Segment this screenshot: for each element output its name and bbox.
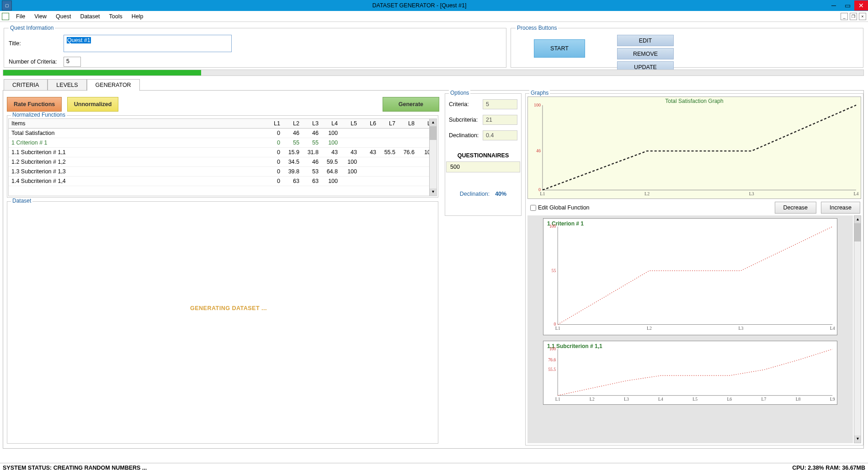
cell-value xyxy=(398,157,417,167)
declination-percent-label: Declination: xyxy=(460,191,490,197)
cell-value: 55.5 xyxy=(379,148,398,157)
title-input[interactable]: Quest #1 xyxy=(64,35,232,52)
grid-header[interactable]: L2 xyxy=(283,119,302,129)
title-input-value: Quest #1 xyxy=(67,37,91,43)
mdi-restore-button[interactable]: ❐ xyxy=(850,13,857,20)
process-buttons-legend: Process Buttons xyxy=(516,25,558,31)
scroll-thumb[interactable] xyxy=(854,223,861,241)
remove-button[interactable]: REMOVE xyxy=(617,48,674,59)
cell-value xyxy=(341,138,360,148)
increase-button[interactable]: Increase xyxy=(821,202,860,214)
decrease-button[interactable]: Decrease xyxy=(775,202,817,214)
scroll-up-icon[interactable]: ▴ xyxy=(854,216,861,223)
svg-text:100: 100 xyxy=(534,102,541,107)
menu-dataset[interactable]: Dataset xyxy=(76,12,104,21)
options-legend: Options xyxy=(449,90,470,96)
cell-value: 39.8 xyxy=(283,167,302,177)
svg-text:L7: L7 xyxy=(761,397,767,402)
cell-value xyxy=(398,177,417,186)
tab-levels[interactable]: LEVELS xyxy=(48,79,86,91)
scroll-up-icon[interactable]: ▴ xyxy=(430,119,437,126)
table-row[interactable]: 1.2 Subcriterion # 1,2034.54659.5100 xyxy=(9,157,437,167)
menu-tools[interactable]: Tools xyxy=(105,12,126,21)
table-row[interactable]: 1.1 Subcriterion # 1,1015.931.843434355.… xyxy=(9,148,437,157)
svg-text:100: 100 xyxy=(549,224,556,229)
table-row[interactable]: 1.3 Subcriterion # 1,3039.85364.8100 xyxy=(9,167,437,177)
cell-value: 55 xyxy=(302,138,321,148)
mdi-close-button[interactable]: × xyxy=(859,13,866,20)
cell-value: 76.6 xyxy=(398,148,417,157)
row-name: 1.1 Subcriterion # 1,1 xyxy=(9,148,264,157)
menu-view[interactable]: View xyxy=(30,12,51,21)
svg-text:L1: L1 xyxy=(555,326,560,331)
window-minimize-button[interactable]: ─ xyxy=(827,0,841,11)
cell-value: 0 xyxy=(264,138,283,148)
window-close-button[interactable]: ✕ xyxy=(854,0,868,11)
grid-header[interactable]: L5 xyxy=(341,119,360,129)
cell-value xyxy=(360,177,379,186)
cell-value: 0 xyxy=(264,167,283,177)
options-group: Options Criteria: 5 Subcriteria: 21 Decl… xyxy=(445,93,522,216)
scroll-down-icon[interactable]: ▾ xyxy=(854,435,861,443)
grid-header[interactable]: Items xyxy=(9,119,264,129)
num-criteria-input[interactable]: 5 xyxy=(64,57,81,67)
num-criteria-value: 5 xyxy=(66,58,69,64)
rate-functions-button[interactable]: Rate Functions xyxy=(7,97,62,112)
svg-text:L9: L9 xyxy=(830,397,835,402)
svg-text:76.6: 76.6 xyxy=(548,357,556,362)
normalized-functions-group: Normalized Functions ItemsL1L2L3L4L5L6L7… xyxy=(7,115,438,198)
generate-button[interactable]: Generate xyxy=(383,97,439,112)
edit-button[interactable]: EDIT xyxy=(617,35,674,46)
normalized-functions-grid[interactable]: ItemsL1L2L3L4L5L6L7L8L9 Total Satisfacti… xyxy=(8,118,437,196)
grid-header[interactable]: L1 xyxy=(264,119,283,129)
svg-text:L5: L5 xyxy=(692,397,698,402)
quest-information-group: Quest Information Title: Quest #1 Number… xyxy=(4,25,506,68)
system-status-text: SYSTEM STATUS: CREATING RANDOM NUMBERS .… xyxy=(3,465,792,471)
grid-header[interactable]: L7 xyxy=(379,119,398,129)
edit-global-function-checkbox-input[interactable] xyxy=(530,205,536,211)
cell-value xyxy=(360,138,379,148)
table-row[interactable]: 1 Criterion # 105555100 xyxy=(9,138,437,148)
tab-generator[interactable]: GENERATOR xyxy=(87,79,140,91)
options-declination-value: 0.4 xyxy=(483,130,517,140)
table-row[interactable]: 1.4 Subcriterion # 1,406363100 xyxy=(9,177,437,186)
table-row[interactable]: Total Satisfaction04646100 xyxy=(9,129,437,138)
scroll-down-icon[interactable]: ▾ xyxy=(430,188,437,196)
start-button[interactable]: START xyxy=(534,39,585,58)
total-satisfaction-chart: Total Satisfaction Graph 046100L1L2L3L4 xyxy=(527,97,861,199)
subcharts-scrollbar[interactable]: ▴ ▾ xyxy=(854,215,861,443)
menu-quest[interactable]: Quest xyxy=(52,12,75,21)
cell-value: 63 xyxy=(302,177,321,186)
window-maximize-button[interactable]: ▭ xyxy=(841,0,854,11)
document-icon xyxy=(2,13,9,20)
normalized-functions-legend: Normalized Functions xyxy=(11,112,67,118)
row-name: 1.4 Subcriterion # 1,4 xyxy=(9,177,264,186)
questionnaires-value[interactable]: 500 xyxy=(446,161,520,172)
scroll-thumb[interactable] xyxy=(430,126,437,140)
cell-value xyxy=(398,138,417,148)
cell-value xyxy=(379,138,398,148)
svg-text:46: 46 xyxy=(536,148,541,153)
edit-global-function-checkbox[interactable]: Edit Global Function xyxy=(528,204,590,212)
svg-text:L3: L3 xyxy=(624,397,629,402)
grid-scrollbar[interactable]: ▴ ▾ xyxy=(429,119,437,196)
grid-header[interactable]: L8 xyxy=(398,119,417,129)
menu-help[interactable]: Help xyxy=(128,12,148,21)
menu-file[interactable]: File xyxy=(12,12,29,21)
cell-value: 15.9 xyxy=(283,148,302,157)
unnormalized-button[interactable]: Unnormalized xyxy=(67,97,119,112)
subcriterion-11-chart: 1.1 Subcriterion # 1,1 55.576.6100L1L2L3… xyxy=(543,341,837,405)
cell-value: 0 xyxy=(264,157,283,167)
tab-criteria[interactable]: CRITERIA xyxy=(4,79,48,91)
progress-bar xyxy=(3,70,864,76)
cell-value: 100 xyxy=(321,129,341,138)
cell-value xyxy=(360,129,379,138)
cell-value: 55 xyxy=(283,138,302,148)
grid-header[interactable]: L6 xyxy=(360,119,379,129)
grid-header[interactable]: L3 xyxy=(302,119,321,129)
process-buttons-group: Process Buttons START EDIT REMOVE UPDATE xyxy=(511,25,863,68)
options-subcriteria-label: Subcriteria: xyxy=(449,117,483,123)
svg-text:55.5: 55.5 xyxy=(548,367,556,372)
mdi-minimize-button[interactable]: _ xyxy=(841,13,848,20)
grid-header[interactable]: L4 xyxy=(321,119,341,129)
